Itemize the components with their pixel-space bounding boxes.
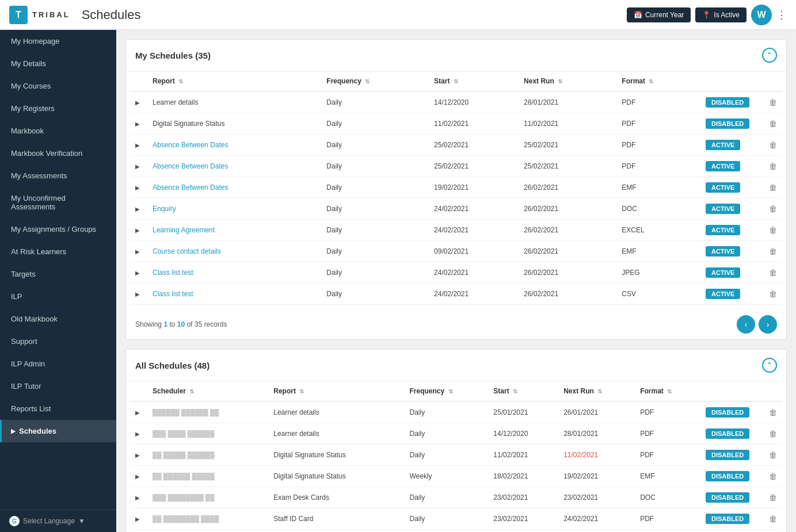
expand-cell[interactable]: ▶: [131, 113, 148, 135]
all-next-run-col-header[interactable]: Next Run ⇅: [559, 381, 635, 401]
sidebar-item-targets[interactable]: Targets: [0, 263, 116, 285]
all-delete-button[interactable]: 🗑: [769, 493, 777, 502]
select-language[interactable]: G Select Language ▼: [9, 516, 107, 526]
all-delete-button[interactable]: 🗑: [769, 514, 777, 523]
row-expand-icon[interactable]: ▶: [135, 185, 140, 191]
delete-button[interactable]: 🗑: [769, 289, 777, 298]
sidebar-item-my-assignments-groups[interactable]: My Assignments / Groups: [0, 218, 116, 240]
all-delete-cell[interactable]: 🗑: [764, 487, 782, 508]
expand-cell[interactable]: ▶: [131, 135, 148, 156]
all-expand-cell[interactable]: ▶: [131, 445, 148, 466]
sidebar-item-my-assessments[interactable]: My Assessments: [0, 164, 116, 187]
all-delete-button[interactable]: 🗑: [769, 450, 777, 460]
report-cell[interactable]: Absence Between Dates: [148, 135, 322, 156]
all-delete-cell[interactable]: 🗑: [764, 423, 782, 445]
sidebar-item-schedules[interactable]: Schedules: [0, 420, 116, 442]
report-link[interactable]: Enquiry: [153, 205, 176, 213]
row-expand-icon[interactable]: ▶: [135, 270, 140, 276]
all-delete-button[interactable]: 🗑: [769, 472, 777, 481]
sidebar-item-reports-list[interactable]: Reports List: [0, 397, 116, 420]
delete-cell[interactable]: 🗑: [764, 198, 782, 220]
report-cell[interactable]: Course contact details: [148, 241, 322, 262]
delete-button[interactable]: 🗑: [769, 162, 777, 171]
report-link[interactable]: Learning Agreement: [153, 226, 215, 234]
expand-cell[interactable]: ▶: [131, 262, 148, 284]
row-expand-icon[interactable]: ▶: [135, 206, 140, 212]
all-delete-cell[interactable]: 🗑: [764, 401, 782, 423]
sidebar-item-my-details[interactable]: My Details: [0, 52, 116, 75]
row-expand-icon[interactable]: ▶: [135, 163, 140, 170]
all-expand-cell[interactable]: ▶: [131, 423, 148, 445]
delete-button[interactable]: 🗑: [769, 247, 777, 256]
sidebar-item-my-homepage[interactable]: My Homepage: [0, 30, 116, 52]
all-delete-cell[interactable]: 🗑: [764, 508, 782, 530]
is-active-button[interactable]: 📍 Is Active: [695, 7, 747, 22]
report-cell[interactable]: Class list test: [148, 284, 322, 305]
row-expand-icon[interactable]: ▶: [135, 291, 140, 297]
delete-button[interactable]: 🗑: [769, 98, 777, 107]
delete-cell[interactable]: 🗑: [764, 177, 782, 198]
all-delete-cell[interactable]: 🗑: [764, 466, 782, 487]
delete-button[interactable]: 🗑: [769, 119, 777, 128]
more-options-icon[interactable]: ⋮: [776, 9, 787, 21]
report-link[interactable]: Absence Between Dates: [153, 183, 228, 192]
delete-cell[interactable]: 🗑: [764, 113, 782, 135]
expand-cell[interactable]: ▶: [131, 220, 148, 241]
prev-page-button[interactable]: ‹: [737, 315, 755, 334]
sidebar-item-ilp[interactable]: ILP: [0, 285, 116, 308]
sidebar-item-my-unconfirmed-assessments[interactable]: My Unconfirmed Assessments: [0, 187, 116, 218]
delete-cell[interactable]: 🗑: [764, 220, 782, 241]
expand-cell[interactable]: ▶: [131, 177, 148, 198]
all-expand-cell[interactable]: ▶: [131, 530, 148, 533]
my-schedules-collapse-button[interactable]: ⌃: [762, 48, 777, 63]
expand-cell[interactable]: ▶: [131, 198, 148, 220]
start-col-header[interactable]: Start ⇅: [429, 71, 519, 91]
delete-button[interactable]: 🗑: [769, 183, 777, 192]
sidebar-item-my-registers[interactable]: My Registers: [0, 97, 116, 120]
expand-cell[interactable]: ▶: [131, 241, 148, 262]
row-expand-icon[interactable]: ▶: [135, 516, 140, 522]
all-report-col-header[interactable]: Report ⇅: [269, 381, 405, 401]
report-cell[interactable]: Absence Between Dates: [148, 156, 322, 177]
all-scheduler-col-header[interactable]: Scheduler ⇅: [148, 381, 269, 401]
current-year-button[interactable]: 📅 Current Year: [627, 7, 691, 22]
all-delete-cell[interactable]: 🗑: [764, 445, 782, 466]
sidebar-item-markbook-verification[interactable]: Markbook Verification: [0, 142, 116, 164]
report-link[interactable]: Course contact details: [153, 247, 221, 255]
row-expand-icon[interactable]: ▶: [135, 121, 140, 127]
expand-cell[interactable]: ▶: [131, 284, 148, 305]
delete-cell[interactable]: 🗑: [764, 135, 782, 156]
row-expand-icon[interactable]: ▶: [135, 473, 140, 480]
row-expand-icon[interactable]: ▶: [135, 452, 140, 458]
row-expand-icon[interactable]: ▶: [135, 248, 140, 255]
all-format-col-header[interactable]: Format ⇅: [635, 381, 701, 401]
report-cell[interactable]: Class list test: [148, 262, 322, 284]
delete-button[interactable]: 🗑: [769, 225, 777, 235]
row-expand-icon[interactable]: ▶: [135, 227, 140, 234]
frequency-col-header[interactable]: Frequency ⇅: [322, 71, 429, 91]
all-start-col-header[interactable]: Start ⇅: [489, 381, 559, 401]
avatar[interactable]: W: [751, 5, 772, 25]
next-run-col-header[interactable]: Next Run ⇅: [519, 71, 617, 91]
delete-button[interactable]: 🗑: [769, 268, 777, 277]
report-link[interactable]: Absence Between Dates: [153, 162, 228, 170]
delete-cell[interactable]: 🗑: [764, 156, 782, 177]
report-link[interactable]: Class list test: [153, 290, 193, 298]
all-expand-cell[interactable]: ▶: [131, 466, 148, 487]
report-cell[interactable]: Learning Agreement: [148, 220, 322, 241]
row-expand-icon[interactable]: ▶: [135, 409, 140, 416]
sidebar-item-old-markbook[interactable]: Old Markbook: [0, 308, 116, 330]
all-frequency-col-header[interactable]: Frequency ⇅: [405, 381, 489, 401]
all-expand-cell[interactable]: ▶: [131, 401, 148, 423]
sidebar-item-ilp-admin[interactable]: ILP Admin: [0, 353, 116, 375]
delete-button[interactable]: 🗑: [769, 140, 777, 150]
sidebar-item-at-risk-learners[interactable]: At Risk Learners: [0, 240, 116, 263]
row-expand-icon[interactable]: ▶: [135, 431, 140, 437]
report-link[interactable]: Absence Between Dates: [153, 141, 228, 149]
report-col-header[interactable]: Report ⇅: [148, 71, 322, 91]
sidebar-item-markbook[interactable]: Markbook: [0, 120, 116, 142]
all-delete-button[interactable]: 🗑: [769, 429, 777, 438]
all-delete-button[interactable]: 🗑: [769, 408, 777, 417]
expand-cell[interactable]: ▶: [131, 91, 148, 113]
delete-cell[interactable]: 🗑: [764, 284, 782, 305]
